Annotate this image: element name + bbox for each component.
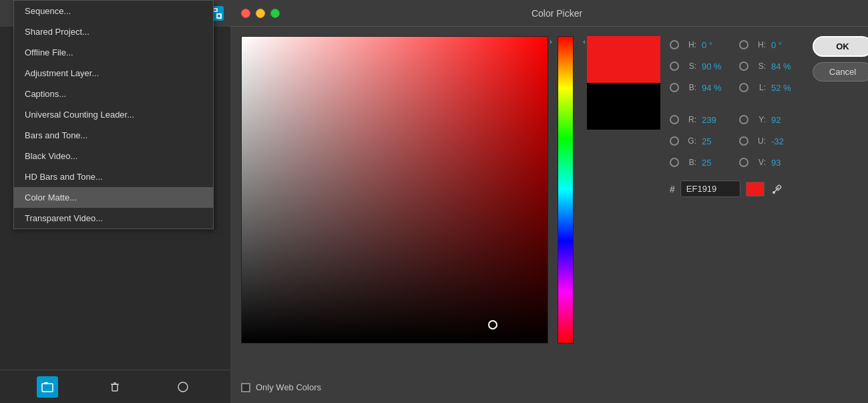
spacer2 — [739, 100, 798, 107]
minimize-button[interactable] — [256, 9, 265, 18]
dropdown-menu: Sequence... Shared Project... Offline Fi… — [13, 0, 214, 229]
left-panel: Sequence... Shared Project... Offline Fi… — [0, 0, 230, 403]
project-icon — [41, 381, 53, 393]
toolbar-project-btn[interactable] — [37, 376, 58, 398]
eyedropper-icon — [771, 183, 783, 195]
svg-rect-1 — [44, 382, 48, 384]
s-label: S: — [684, 61, 696, 71]
hl-value[interactable]: 0 ° — [771, 40, 798, 50]
r-row: R: 239 — [670, 111, 728, 128]
b-radio[interactable] — [670, 83, 679, 92]
b-label: B: — [684, 83, 696, 92]
h-radio[interactable] — [670, 40, 679, 49]
swatches-panel — [587, 36, 660, 374]
svg-point-8 — [773, 191, 775, 194]
only-web-colors-label: Only Web Colors — [256, 382, 321, 392]
hsb-column: H: 0 ° S: 90 % B: 94 % — [670, 36, 728, 171]
b2-radio[interactable] — [670, 158, 679, 167]
sb-gradient[interactable] — [241, 36, 548, 344]
b-value[interactable]: 94 % — [702, 83, 728, 93]
y-row: Y: 92 — [739, 111, 798, 128]
v-value[interactable]: 93 — [771, 158, 798, 168]
h-value[interactable]: 0 ° — [702, 40, 728, 50]
menu-item-universal-counting-leader[interactable]: Universal Counting Leader... — [14, 104, 213, 125]
r-radio[interactable] — [670, 115, 679, 124]
menu-item-sequence[interactable]: Sequence... — [14, 1, 213, 21]
hsb-hsl-controls: H: 0 ° S: 90 % B: 94 % — [670, 36, 803, 171]
g-radio[interactable] — [670, 136, 679, 146]
sl-label: S: — [754, 61, 766, 71]
saturation-brightness-canvas[interactable] — [241, 36, 548, 344]
hue-slider[interactable] — [558, 36, 574, 344]
svg-point-5 — [178, 382, 188, 392]
y-value[interactable]: 92 — [771, 115, 798, 125]
hue-arrow-right-icon: › — [550, 37, 552, 45]
svg-rect-0 — [42, 384, 53, 392]
r-value[interactable]: 239 — [702, 115, 728, 125]
y-label: Y: — [754, 115, 766, 124]
menu-item-black-video[interactable]: Black Video... — [14, 146, 213, 166]
hex-row: # — [670, 180, 803, 197]
u-radio[interactable] — [739, 136, 748, 146]
menu-item-hd-bars-and-tone[interactable]: HD Bars and Tone... — [14, 166, 213, 187]
b2-label: B: — [684, 158, 696, 167]
l-radio[interactable] — [739, 83, 748, 92]
hue-slider-area: › ‹ — [558, 36, 578, 374]
trash-icon — [109, 381, 121, 393]
menu-item-captions[interactable]: Captions... — [14, 84, 213, 104]
menu-item-color-matte[interactable]: Color Matte... — [14, 187, 213, 208]
l-label: L: — [754, 83, 766, 92]
u-row: U: -32 — [739, 132, 798, 150]
svg-rect-2 — [112, 384, 118, 391]
ok-button[interactable]: OK — [813, 36, 868, 57]
eyedropper-button[interactable] — [770, 182, 785, 196]
hex-input[interactable] — [680, 180, 740, 197]
hl-radio[interactable] — [739, 40, 748, 49]
menu-item-transparent-video[interactable]: Transparent Video... — [14, 208, 213, 229]
menu-item-shared-project[interactable]: Shared Project... — [14, 21, 213, 42]
s-row: S: 90 % — [670, 57, 728, 75]
sl-radio[interactable] — [739, 61, 748, 71]
dialog-buttons: OK Cancel — [813, 36, 868, 82]
close-button[interactable] — [241, 9, 250, 18]
v-radio[interactable] — [739, 158, 748, 167]
hue-arrow-left-icon: ‹ — [583, 37, 586, 45]
y-radio[interactable] — [739, 115, 748, 124]
v-label: V: — [754, 158, 766, 167]
u-value[interactable]: -32 — [771, 136, 798, 146]
g-value[interactable]: 25 — [702, 136, 728, 146]
h-label: H: — [684, 40, 696, 49]
title-bar: Color Picker — [230, 0, 868, 27]
s-radio[interactable] — [670, 61, 679, 71]
cancel-button[interactable]: Cancel — [813, 62, 868, 82]
toolbar-trash-btn[interactable] — [104, 376, 126, 398]
v-row: V: 93 — [739, 154, 798, 171]
l-value[interactable]: 52 % — [771, 83, 798, 93]
sl-row: S: 84 % — [739, 57, 798, 75]
bottom-toolbar — [0, 370, 230, 403]
window-controls — [241, 9, 280, 18]
bottom-section: Only Web Colors — [230, 374, 868, 403]
menu-item-offline-file[interactable]: Offline File... — [14, 42, 213, 63]
hash-label: # — [670, 184, 675, 194]
color-picker-dialog: Color Picker › ‹ — [230, 0, 868, 403]
hsl-yuv-column: H: 0 ° S: 84 % L: 52 % — [739, 36, 798, 171]
dialog-title: Color Picker — [531, 8, 582, 19]
maximize-button[interactable] — [270, 9, 280, 18]
u-label: U: — [754, 136, 766, 146]
toolbar-circle-btn[interactable] — [172, 376, 194, 398]
old-color-swatch — [587, 83, 660, 130]
hl-label: H: — [754, 40, 766, 49]
s-value[interactable]: 90 % — [702, 61, 728, 72]
l-row: L: 52 % — [739, 79, 798, 96]
picker-main-content: › ‹ H: 0 ° S: — [230, 27, 868, 374]
g-label: G: — [684, 136, 696, 146]
only-web-colors-checkbox[interactable] — [241, 383, 250, 392]
g-row: G: 25 — [670, 132, 728, 150]
hl-row: H: 0 ° — [739, 36, 798, 53]
menu-item-bars-and-tone[interactable]: Bars and Tone... — [14, 125, 213, 146]
sl-value[interactable]: 84 % — [771, 61, 798, 72]
b2-value[interactable]: 25 — [702, 158, 728, 168]
menu-item-adjustment-layer[interactable]: Adjustment Layer... — [14, 63, 213, 84]
spacer1 — [670, 100, 728, 107]
